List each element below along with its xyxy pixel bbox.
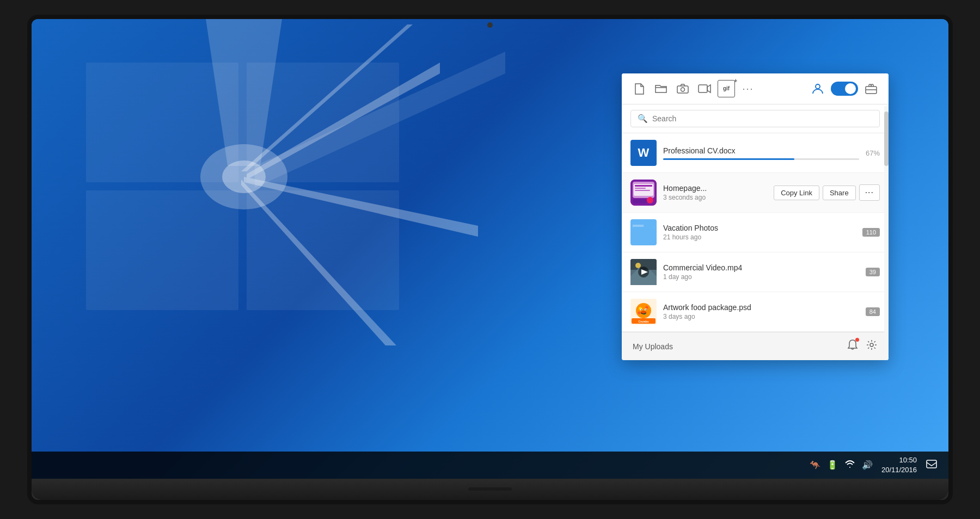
footer-icons (847, 339, 878, 354)
svg-point-46 (870, 343, 873, 347)
file-percent-cv: 67% (866, 149, 880, 157)
gif-icon[interactable]: gif + (718, 80, 735, 97)
file-item-homepage[interactable]: Homepage... 3 seconds ago Copy Link Shar… (622, 173, 889, 213)
svg-point-15 (816, 84, 820, 89)
date-display: 20/11/2016 (881, 465, 917, 475)
copy-link-button[interactable]: Copy Link (774, 186, 819, 200)
search-input[interactable] (652, 114, 873, 123)
panel-toolbar: gif + ··· (622, 73, 889, 104)
item-actions-homepage: Copy Link Share ··· (774, 184, 880, 201)
briefcase-icon[interactable] (862, 80, 880, 97)
psd-thumb-svg: Crumbs (630, 299, 657, 325)
laptop-frame: gif + ··· (27, 15, 953, 504)
file-list: W Professional CV.docx 67% (622, 133, 889, 332)
panel-scrollbar[interactable] (884, 106, 889, 360)
file-thumb-psd: Crumbs (630, 299, 657, 325)
file-info-video: Commercial Video.mp4 1 day ago (663, 263, 859, 281)
file-meta-vacation: 21 hours ago (663, 233, 856, 241)
wifi-icon[interactable] (844, 459, 855, 471)
svg-rect-14 (699, 85, 707, 92)
toggle-switch[interactable] (831, 82, 858, 96)
file-badge-psd: 84 (866, 307, 880, 316)
file-info-cv: Professional CV.docx (663, 146, 859, 160)
laptop-notch (468, 487, 512, 491)
scrollbar-thumb[interactable] (884, 112, 889, 166)
windows-logo-rays (32, 19, 505, 443)
file-badge-vacation: 110 (862, 228, 880, 237)
svg-rect-12 (677, 86, 688, 93)
search-bar: 🔍 (622, 104, 889, 133)
webcam (487, 22, 493, 28)
svg-rect-2 (86, 190, 238, 310)
more-button[interactable]: ··· (859, 184, 880, 201)
file-thumb-homepage (630, 180, 657, 206)
volume-icon[interactable]: 🔊 (862, 460, 873, 470)
file-name-vacation: Vacation Photos (663, 224, 856, 232)
notification-icon[interactable] (847, 339, 858, 354)
file-name-psd: Artwork food package.psd (663, 303, 859, 312)
search-input-wrapper[interactable]: 🔍 (630, 110, 880, 127)
file-thumb-cv: W (630, 140, 657, 166)
gif-label: gif (723, 86, 730, 91)
file-info-psd: Artwork food package.psd 3 days ago (663, 303, 859, 320)
kangaroo-icon[interactable]: 🦘 (810, 460, 820, 470)
taskbar: 🦘 🔋 🔊 10:50 20/11/2016 (32, 452, 948, 479)
file-name-homepage: Homepage... (663, 184, 767, 193)
more-options-icon[interactable]: ··· (739, 80, 757, 97)
more-dots-label: ··· (742, 83, 754, 95)
taskbar-time: 10:50 20/11/2016 (881, 455, 917, 475)
svg-rect-22 (635, 190, 650, 191)
file-meta-video: 1 day ago (663, 273, 859, 281)
svg-point-38 (638, 312, 641, 314)
folder-thumb-svg (630, 219, 657, 245)
video-thumb-svg (630, 259, 657, 285)
file-item-video[interactable]: Commercial Video.mp4 1 day ago 39 (622, 252, 889, 292)
svg-rect-21 (635, 188, 646, 189)
word-letter: W (638, 146, 650, 160)
file-meta-homepage: 3 seconds ago (663, 194, 767, 201)
gif-plus-icon: + (734, 78, 737, 84)
notification-dot (855, 338, 859, 342)
svg-rect-25 (633, 199, 647, 203)
file-item-vacation[interactable]: Vacation Photos 21 hours ago 110 (622, 213, 889, 252)
footer-title: My Uploads (633, 342, 673, 351)
svg-point-43 (646, 310, 647, 311)
settings-icon[interactable] (866, 339, 878, 354)
svg-point-13 (681, 88, 685, 91)
user-icon[interactable] (809, 80, 826, 97)
desktop-background: gif + ··· (32, 19, 948, 479)
file-progress-bar-cv (663, 158, 859, 160)
camera-icon[interactable] (674, 80, 691, 97)
open-folder-icon[interactable] (652, 80, 670, 97)
file-thumb-vacation (630, 219, 657, 245)
file-item-psd[interactable]: Crumbs Artwork food package.psd 3 days a… (622, 292, 889, 332)
svg-point-42 (641, 310, 642, 311)
file-name-cv: Professional CV.docx (663, 146, 859, 155)
svg-rect-24 (648, 199, 652, 202)
taskbar-icons: 🦘 🔋 🔊 (810, 459, 873, 471)
file-badge-video: 39 (866, 268, 880, 276)
file-progress-fill-cv (663, 158, 794, 160)
battery-icon[interactable]: 🔋 (827, 460, 838, 470)
new-file-icon[interactable] (630, 80, 648, 97)
video-icon[interactable] (696, 80, 713, 97)
search-icon: 🔍 (638, 114, 648, 123)
svg-rect-47 (927, 460, 936, 468)
share-button[interactable]: Share (823, 186, 856, 200)
upload-panel: gif + ··· (622, 73, 889, 360)
file-thumb-video (630, 259, 657, 285)
svg-rect-26 (633, 227, 654, 242)
panel-footer: My Uploads (622, 332, 889, 360)
svg-point-36 (646, 306, 648, 309)
laptop-base (32, 479, 948, 500)
file-item-cv[interactable]: W Professional CV.docx 67% (622, 133, 889, 173)
file-info-homepage: Homepage... 3 seconds ago (663, 184, 767, 201)
file-name-video: Commercial Video.mp4 (663, 263, 859, 272)
svg-rect-20 (635, 185, 652, 187)
file-info-vacation: Vacation Photos 21 hours ago (663, 224, 856, 241)
svg-text:Crumbs: Crumbs (639, 320, 649, 323)
notifications-taskbar-icon[interactable] (926, 458, 938, 472)
file-meta-psd: 3 days ago (663, 313, 859, 320)
time-display: 10:50 (881, 455, 917, 465)
svg-point-30 (635, 263, 641, 268)
